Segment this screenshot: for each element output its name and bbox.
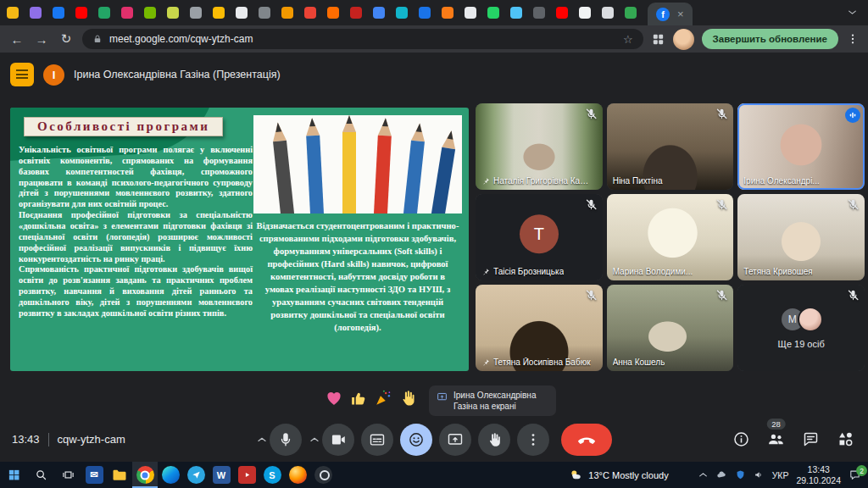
browser-tab-site[interactable] <box>625 7 637 19</box>
browser-tab-gmail[interactable] <box>304 7 316 19</box>
browser-tab-site[interactable] <box>579 7 591 19</box>
presentation-indicator-icon[interactable] <box>10 63 34 86</box>
hidden-icons-caret-icon[interactable] <box>698 469 709 480</box>
security-shield-icon[interactable] <box>735 469 746 480</box>
profile-avatar[interactable] <box>673 29 694 50</box>
browser-tab-facebook[interactable] <box>53 7 64 19</box>
browser-tab-site[interactable] <box>350 7 362 19</box>
participant-count-badge: 28 <box>766 419 786 430</box>
browser-menu-icon[interactable] <box>846 32 860 46</box>
taskbar-app-media[interactable] <box>234 462 259 488</box>
browser-tab-youtube[interactable] <box>75 7 87 19</box>
browser-tab-site[interactable] <box>327 7 339 19</box>
participant-name: Анна Кошель <box>613 358 665 367</box>
taskbar-app-explorer[interactable] <box>107 462 132 488</box>
mic-options-chevron-icon[interactable] <box>256 434 268 446</box>
taskbar-app-mail[interactable]: ✉ <box>81 462 107 488</box>
participant-tile-speaking[interactable]: Ірина Олександрі... <box>737 103 865 190</box>
camera-options-chevron-icon[interactable] <box>309 434 320 446</box>
taskbar-app-firefox[interactable] <box>285 462 310 488</box>
participant-name: Тетяна Кривошея <box>743 267 812 276</box>
participant-tile[interactable]: Тетяна Йосипівна Бабюк <box>476 285 603 371</box>
chrome-update-button[interactable]: Завершить обновление <box>702 29 838 49</box>
browser-tab-drive[interactable] <box>30 7 42 19</box>
task-view-button[interactable] <box>54 462 81 488</box>
weather-label: 13°C Mostly cloudy <box>588 470 668 480</box>
overflow-avatars: M Ще 19 осіб <box>737 285 865 371</box>
overflow-participants-tile[interactable]: M Ще 19 осіб <box>737 285 865 371</box>
browser-tab-site[interactable] <box>442 7 453 19</box>
browser-tab-instagram[interactable] <box>121 7 133 19</box>
browser-tab-site[interactable] <box>373 7 385 19</box>
browser-tab-youtube[interactable] <box>556 7 568 19</box>
taskbar-app-obs[interactable] <box>310 462 336 488</box>
tab-search-caret-icon[interactable] <box>847 7 858 18</box>
presented-slide[interactable]: Особливості програми Унікальність освітн… <box>10 108 469 371</box>
extensions-icon[interactable] <box>651 32 665 47</box>
chat-panel-icon[interactable] <box>802 430 820 448</box>
more-options-button[interactable] <box>517 424 549 456</box>
taskbar-app-edge[interactable] <box>158 462 183 488</box>
taskbar-weather[interactable]: 13°C Mostly cloudy <box>569 468 668 482</box>
onedrive-cloud-icon[interactable] <box>716 469 727 480</box>
browser-tab-sheets[interactable] <box>98 7 110 19</box>
participant-tile[interactable]: Ніна Пихтіна <box>607 103 734 190</box>
presenter-banner: І Ірина Олександрівна Газіна (Презентаці… <box>10 63 281 86</box>
volume-icon[interactable] <box>754 469 765 480</box>
pin-icon <box>481 358 490 367</box>
start-button[interactable] <box>0 462 27 488</box>
back-button[interactable]: ← <box>8 32 25 47</box>
action-center-button[interactable]: 2 <box>849 469 861 481</box>
raise-hand-button[interactable] <box>478 424 510 456</box>
thumbs-up-icon <box>349 389 368 408</box>
present-button[interactable] <box>439 424 471 456</box>
browser-tab-site[interactable] <box>190 7 202 19</box>
participant-tile[interactable]: Т Таісія Брозницька <box>476 194 603 280</box>
address-bar[interactable]: meet.google.com/cqw-ytzh-cam ☆ <box>82 29 643 49</box>
participant-tile[interactable]: Наталія Григорівна Кань... <box>476 103 603 190</box>
camera-button[interactable] <box>322 424 354 456</box>
participant-tile[interactable]: Анна Кошель <box>607 285 734 371</box>
activities-icon[interactable] <box>837 430 854 448</box>
folder-icon <box>111 467 128 484</box>
language-indicator[interactable]: УКР <box>772 470 789 480</box>
forward-button[interactable]: → <box>33 32 50 47</box>
search-icon <box>35 469 47 481</box>
end-call-button[interactable] <box>561 424 612 456</box>
tab-close-icon[interactable]: × <box>677 8 684 19</box>
browser-tab-docs[interactable] <box>7 7 19 19</box>
meeting-details-icon[interactable] <box>732 430 750 448</box>
participant-tile[interactable]: Марина Володими... <box>607 194 734 280</box>
browser-tab-nvidia[interactable] <box>144 7 156 19</box>
browser-tab-site[interactable] <box>281 7 293 19</box>
taskbar-search-button[interactable] <box>27 462 54 488</box>
reload-button[interactable]: ↻ <box>58 31 75 47</box>
people-panel-button[interactable]: 28 <box>767 430 785 448</box>
browser-tab-site[interactable] <box>396 7 408 19</box>
browser-tab-site[interactable] <box>259 7 270 19</box>
browser-tab-site[interactable] <box>213 7 225 19</box>
browser-tab-wikipedia[interactable] <box>465 7 476 19</box>
browser-tab-site[interactable] <box>419 7 431 19</box>
taskbar-app-word[interactable]: W <box>209 462 234 488</box>
active-browser-tab[interactable]: f × <box>648 3 693 25</box>
browser-tab-site[interactable] <box>510 7 522 19</box>
lock-icon <box>92 34 103 44</box>
reactions-button[interactable] <box>400 424 432 456</box>
browser-tab-site[interactable] <box>236 7 248 19</box>
browser-tab-site[interactable] <box>533 7 545 19</box>
mic-button[interactable] <box>270 424 302 456</box>
tab-favicon-row <box>7 7 648 19</box>
captions-button[interactable] <box>361 424 393 456</box>
taskbar-app-skype[interactable]: S <box>259 462 285 488</box>
taskbar-clock[interactable]: 13:43 29.10.2024 <box>796 464 841 485</box>
bookmark-star-icon[interactable]: ☆ <box>623 33 633 46</box>
browser-tab-site[interactable] <box>602 7 614 19</box>
participant-initial-avatar: Т <box>520 214 559 253</box>
taskbar-app-chrome[interactable] <box>132 462 158 488</box>
participant-tile[interactable]: Тетяна Кривошея <box>737 194 865 280</box>
taskbar-app-telegram[interactable] <box>183 462 209 488</box>
meeting-info: 13:43 cqw-ytzh-cam <box>12 417 125 462</box>
browser-tab-site[interactable] <box>167 7 179 19</box>
browser-tab-whatsapp[interactable] <box>487 7 499 19</box>
